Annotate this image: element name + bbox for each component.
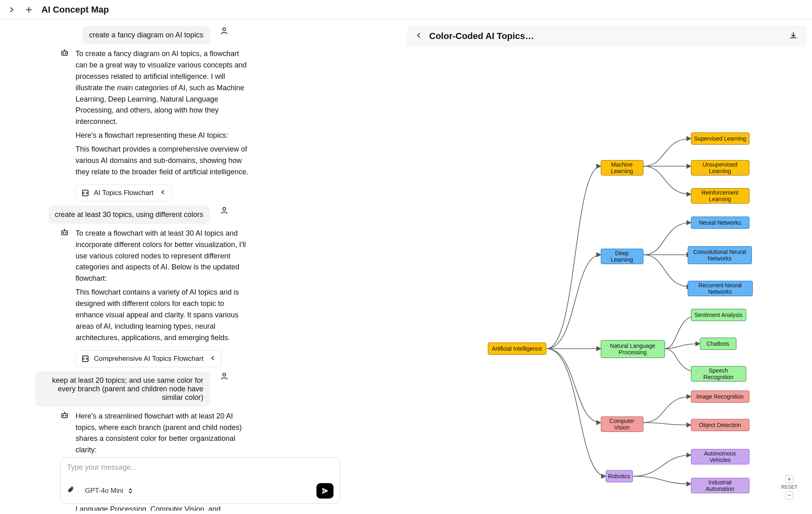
sort-icon [128, 488, 133, 494]
artifact-chip[interactable]: Comprehensive AI Topics Flowchart [76, 350, 222, 367]
flowchart-node-ml[interactable]: Machine Learning [601, 160, 643, 176]
download-button[interactable] [789, 31, 797, 41]
user-avatar-icon [220, 371, 229, 380]
assistant-message: To create a fancy diagram on AI topics, … [76, 48, 250, 178]
flowchart-node-leaf[interactable]: Image Recognition [691, 390, 749, 403]
svg-point-4 [63, 53, 64, 54]
flowchart-edges [407, 47, 805, 508]
new-chat-button[interactable] [24, 5, 33, 14]
attach-icon[interactable] [67, 486, 75, 496]
model-label: GPT-4o Mini [85, 487, 123, 495]
flowchart-node-leaf[interactable]: Neural Networks [691, 217, 749, 229]
svg-point-17 [65, 415, 66, 416]
chat-input-container: GPT-4o Mini [60, 457, 340, 504]
svg-point-5 [65, 53, 66, 54]
bot-avatar-icon [60, 228, 69, 237]
user-message: keep at least 20 topics; and use same co… [35, 371, 210, 407]
flowchart-node-cv[interactable]: Computer Vision [601, 416, 643, 432]
flowchart-node-leaf[interactable]: Recurrent Neural Networks [688, 281, 753, 296]
sidebar-toggle[interactable] [7, 5, 16, 14]
svg-point-11 [65, 232, 66, 233]
user-message: create at least 30 topics, using differe… [48, 206, 210, 224]
svg-point-8 [223, 207, 225, 210]
flowchart-node-leaf[interactable]: Sentiment Analysis [691, 309, 746, 321]
svg-point-10 [63, 232, 64, 233]
code-icon [82, 355, 89, 362]
zoom-in-button[interactable]: + [785, 475, 793, 483]
artifact-panel: Color-Coded AI Topics Flowc… [407, 25, 807, 508]
flowchart-node-dl[interactable]: Deep Learning [601, 249, 643, 264]
flowchart-node-leaf[interactable]: Convolutional Neural Networks [688, 246, 752, 264]
artifact-label: AI Topics Flowchart [94, 189, 154, 197]
zoom-out-button[interactable]: − [785, 491, 793, 499]
artifact-chip[interactable]: AI Topics Flowchart [76, 184, 172, 202]
canvas-zoom-controls: + RESET − [781, 475, 797, 499]
svg-point-16 [63, 415, 64, 416]
send-button[interactable] [316, 483, 333, 499]
flowchart-node-leaf[interactable]: Speech Recognition [691, 366, 746, 382]
user-message: create a fancy diagram on AI topics [82, 26, 210, 44]
bot-avatar-icon [60, 411, 69, 420]
flowchart-node-rb[interactable]: Robotics [606, 470, 633, 482]
flowchart-node-leaf[interactable]: Unsupervised Learning [691, 160, 749, 176]
assistant-message: To create a flowchart with at least 30 A… [76, 228, 250, 344]
user-avatar-icon [220, 26, 229, 35]
svg-point-14 [223, 373, 225, 376]
flowchart-node-leaf[interactable]: Chatbots [700, 338, 736, 350]
user-avatar-icon [220, 206, 229, 215]
flowchart-node-leaf[interactable]: Industrial Automation [691, 478, 749, 493]
chevron-left-icon [210, 355, 216, 363]
flowchart-canvas[interactable]: Artificial Intelligence Machine Learning… [407, 47, 807, 508]
panel-title: Color-Coded AI Topics Flowc… [429, 31, 535, 41]
flowchart-node-nlp[interactable]: Natural Language Processing [601, 340, 665, 358]
flowchart-node-leaf[interactable]: Reinforcement Learning [691, 188, 749, 204]
artifact-label: Comprehensive AI Topics Flowchart [94, 355, 204, 363]
message-input[interactable] [67, 463, 333, 472]
code-icon [82, 189, 89, 197]
model-selector[interactable]: GPT-4o Mini [85, 487, 133, 495]
svg-point-2 [223, 28, 225, 31]
flowchart-node-leaf[interactable]: Autonomous Vehicles [691, 449, 749, 464]
flowchart-node-leaf[interactable]: Supervised Learning [691, 132, 749, 145]
panel-back-button[interactable] [416, 32, 422, 40]
flowchart-node-root[interactable]: Artificial Intelligence [488, 343, 546, 355]
bot-avatar-icon [60, 48, 69, 57]
reset-button[interactable]: RESET [781, 484, 797, 490]
page-title: AI Concept Map [41, 4, 109, 15]
chevron-left-icon [160, 189, 166, 197]
flowchart-node-leaf[interactable]: Object Detection [691, 419, 749, 431]
